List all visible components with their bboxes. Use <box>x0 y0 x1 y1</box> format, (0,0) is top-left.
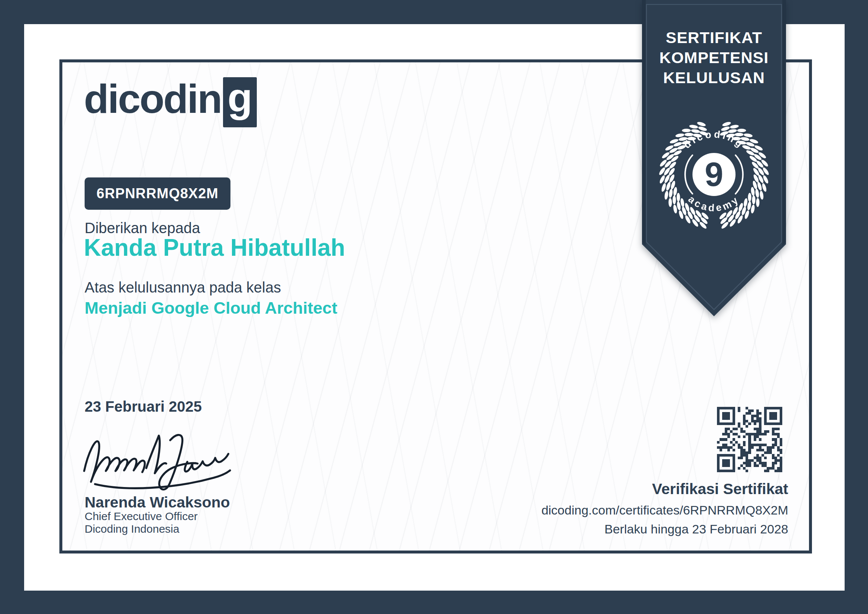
badge-number: 9 <box>705 156 723 193</box>
dicoding-logo: dicodin g <box>84 77 257 127</box>
dicoding-logo-g-block: g <box>223 77 257 127</box>
dicoding-logo-text: dicodin <box>84 77 221 120</box>
signer-name: Narenda Wicaksono <box>85 494 230 511</box>
signer-title: Chief Executive Officer <box>85 510 198 523</box>
verification-url: dicoding.com/certificates/6RPNRRMQ8X2M <box>541 503 788 518</box>
ribbon-title: SERTIFIKAT KOMPETENSI KELULUSAN <box>642 28 786 88</box>
award-ribbon: dicoding academy 9 SERTIFIKAT KOMPETENSI… <box>642 0 786 319</box>
verification-title: Verifikasi Sertifikat <box>541 481 788 498</box>
recipient-name: Kanda Putra Hibatullah <box>84 234 345 261</box>
certificate-page: dicodin g 6RPNRRMQ8X2M Diberikan kepada … <box>0 0 868 614</box>
validity-text: Berlaku hingga 23 Februari 2028 <box>541 522 788 536</box>
certificate-code-badge: 6RPNRRMQ8X2M <box>85 177 231 210</box>
signature-image <box>80 424 240 495</box>
signer-organization: Dicoding Indonesia <box>85 523 179 535</box>
course-title: Menjadi Google Cloud Architect <box>85 298 337 318</box>
ribbon-line-2: KOMPETENSI <box>642 48 786 68</box>
verification-block: Verifikasi Sertifikat dicoding.com/certi… <box>541 481 788 536</box>
qr-code <box>717 407 782 472</box>
ribbon-line-3: KELULUSAN <box>642 68 786 88</box>
issue-date: 23 Februari 2025 <box>85 398 202 415</box>
course-label: Atas kelulusannya pada kelas <box>85 279 281 296</box>
ribbon-line-1: SERTIFIKAT <box>642 28 786 48</box>
